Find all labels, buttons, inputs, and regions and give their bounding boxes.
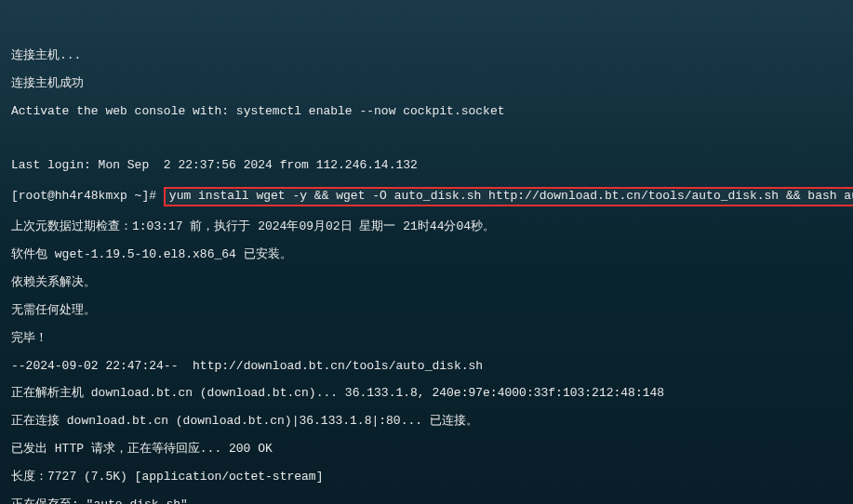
term-line: 连接主机... — [11, 49, 842, 63]
term-line: Activate the web console with: systemctl… — [11, 105, 842, 119]
highlighted-command: yum install wget -y && wget -O auto_disk… — [164, 187, 853, 206]
content-length-line: 长度：7727 (7.5K) [application/octet-stream… — [11, 471, 842, 484]
shell-prompt: [root@hh4r48kmxp ~]# — [11, 189, 164, 203]
wget-start-line: --2024-09-02 22:47:24-- http://download.… — [11, 360, 842, 374]
term-line: 连接主机成功 — [11, 77, 842, 91]
saving-to-line: 正在保存至: "auto_disk.sh" — [11, 498, 842, 504]
term-line: 无需任何处理。 — [11, 304, 842, 318]
http-status-line: 已发出 HTTP 请求，正在等待回应... 200 OK — [11, 443, 842, 457]
command-line[interactable]: [root@hh4r48kmxp ~]# yum install wget -y… — [11, 187, 842, 206]
last-login-line: Last login: Mon Sep 2 22:37:56 2024 from… — [11, 159, 842, 173]
connect-line: 正在连接 download.bt.cn (download.bt.cn)|36.… — [11, 415, 842, 429]
term-line: 上次元数据过期检查：1:03:17 前，执行于 2024年09月02日 星期一 … — [11, 220, 842, 234]
term-line: 软件包 wget-1.19.5-10.el8.x86_64 已安装。 — [11, 248, 842, 262]
dns-resolve-line: 正在解析主机 download.bt.cn (download.bt.cn)..… — [11, 387, 842, 401]
term-line: 依赖关系解决。 — [11, 276, 842, 290]
term-line — [11, 132, 842, 145]
term-line: 完毕！ — [11, 332, 842, 346]
